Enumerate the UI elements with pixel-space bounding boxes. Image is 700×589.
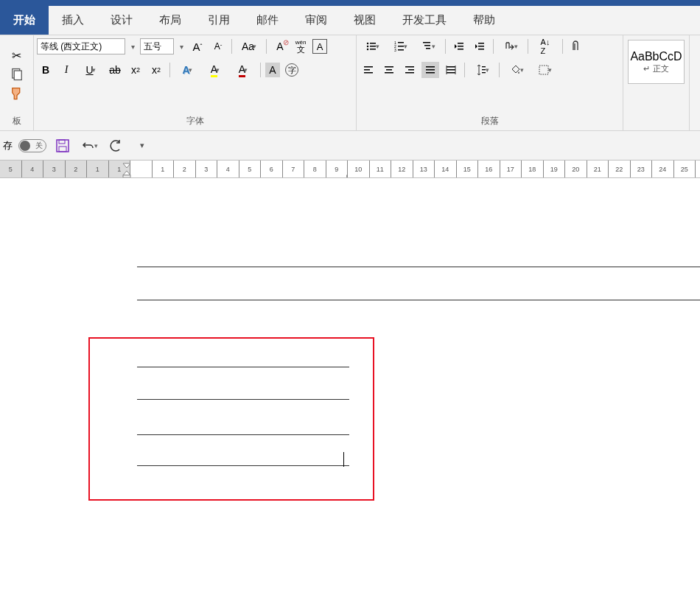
document-page[interactable] <box>0 178 700 589</box>
shrink-font-button[interactable]: Aˇ <box>209 38 227 54</box>
tab-home[interactable]: 开始 <box>0 6 49 35</box>
cut-icon[interactable]: ✂ <box>10 49 24 62</box>
numbering-button[interactable]: 123▾ <box>388 38 413 54</box>
font-name-dropdown-icon[interactable]: ▾ <box>128 43 137 51</box>
styles-group: AaBbCcD ↵ 正文 <box>623 35 690 130</box>
svg-rect-7 <box>370 49 376 50</box>
svg-rect-3 <box>370 43 376 44</box>
svg-rect-14 <box>423 42 430 43</box>
title-bar <box>0 0 700 6</box>
save-button[interactable] <box>52 135 73 156</box>
qat-customize-button[interactable]: ▾ <box>132 135 153 156</box>
doc-line <box>137 367 349 367</box>
font-size-select[interactable]: 五号 <box>140 38 174 54</box>
tab-design[interactable]: 设计 <box>97 6 146 35</box>
grow-font-button[interactable]: Aˆ <box>189 38 206 54</box>
sort-button[interactable]: A↓Z <box>533 38 558 54</box>
text-cursor <box>343 452 344 467</box>
tab-references[interactable]: 引用 <box>195 6 243 35</box>
svg-rect-25 <box>364 72 373 74</box>
svg-rect-16 <box>426 48 430 49</box>
tab-review[interactable]: 审阅 <box>292 6 340 35</box>
justify-button[interactable] <box>421 62 439 78</box>
text-direction-button[interactable]: ▾ <box>498 38 523 54</box>
style-normal[interactable]: AaBbCcD ↵ 正文 <box>628 40 685 84</box>
tab-insert[interactable]: 插入 <box>49 6 97 35</box>
svg-rect-18 <box>458 46 463 47</box>
shading-button[interactable]: ▾ <box>504 62 529 78</box>
increase-indent-button[interactable] <box>471 38 489 54</box>
svg-rect-17 <box>458 43 463 44</box>
undo-button[interactable]: ▾ <box>79 135 99 156</box>
bullets-button[interactable]: ▾ <box>360 38 385 54</box>
ribbon: ✂ 板 等线 (西文正文) ▾ 五号 ▾ Aˆ Aˇ Aa▾ A⊘ wén文 A <box>0 35 700 131</box>
svg-rect-42 <box>57 140 69 152</box>
distributed-button[interactable] <box>442 62 460 78</box>
svg-rect-15 <box>424 45 430 46</box>
autosave-toggle[interactable]: 关 <box>18 139 46 152</box>
copy-icon[interactable] <box>10 68 24 81</box>
change-case-button[interactable]: Aa▾ <box>237 38 262 54</box>
svg-rect-28 <box>385 72 393 74</box>
bold-button[interactable]: B <box>37 62 55 78</box>
paragraph-group-label: 段落 <box>357 113 623 130</box>
line-spacing-button[interactable]: ▾ <box>469 62 494 78</box>
tab-developer[interactable]: 开发工具 <box>389 6 460 35</box>
tab-view[interactable]: 视图 <box>340 6 389 35</box>
align-center-button[interactable] <box>380 62 398 78</box>
show-marks-button[interactable] <box>567 38 585 54</box>
align-right-button[interactable] <box>401 62 419 78</box>
svg-rect-1 <box>14 71 21 80</box>
clear-format-button[interactable]: A⊘ <box>271 38 289 54</box>
horizontal-ruler[interactable]: 5432111234567891011121314151617181920212… <box>0 161 700 178</box>
font-color-button[interactable]: A▾ <box>231 62 256 78</box>
svg-rect-19 <box>458 49 463 50</box>
svg-point-2 <box>366 43 368 44</box>
tab-stop-marker[interactable]: ∟ <box>345 172 353 178</box>
phonetic-guide-button[interactable]: wén文 <box>292 38 309 54</box>
doc-line <box>137 465 349 466</box>
tab-layout[interactable]: 布局 <box>146 6 195 35</box>
tab-help[interactable]: 帮助 <box>460 6 508 35</box>
character-border-button[interactable]: A <box>312 39 327 54</box>
clipboard-group-label: 板 <box>0 113 33 130</box>
tab-mailings[interactable]: 邮件 <box>243 6 292 35</box>
multilevel-list-button[interactable]: ▾ <box>416 38 441 54</box>
decrease-indent-button[interactable] <box>450 38 468 54</box>
italic-button[interactable]: I <box>57 62 75 78</box>
svg-rect-27 <box>386 69 392 71</box>
font-size-dropdown-icon[interactable]: ▾ <box>177 43 186 51</box>
quick-access-toolbar: 存 关 ▾ ▾ <box>0 131 700 161</box>
svg-rect-21 <box>478 46 484 47</box>
redo-button[interactable] <box>105 135 126 156</box>
svg-rect-30 <box>408 69 414 71</box>
character-shading-button[interactable]: A <box>265 63 280 77</box>
highlight-button[interactable]: A▾ <box>203 62 228 78</box>
selection-highlight-box <box>88 337 374 501</box>
enclose-character-button[interactable]: 字 <box>283 62 301 78</box>
svg-rect-11 <box>398 46 404 47</box>
svg-point-4 <box>366 46 368 47</box>
svg-rect-33 <box>426 69 435 71</box>
svg-rect-29 <box>405 66 414 68</box>
font-name-select[interactable]: 等线 (西文正文) <box>37 38 125 54</box>
align-left-button[interactable] <box>360 62 377 78</box>
svg-rect-13 <box>398 49 404 51</box>
format-painter-icon[interactable] <box>10 87 24 100</box>
svg-rect-23 <box>364 66 373 68</box>
superscript-button[interactable]: x2 <box>147 62 165 78</box>
svg-rect-36 <box>447 69 455 71</box>
text-effects-button[interactable]: A▾ <box>175 62 200 78</box>
svg-point-6 <box>366 49 368 50</box>
doc-line <box>137 300 700 300</box>
underline-button[interactable]: U▾ <box>78 62 103 78</box>
svg-rect-35 <box>447 66 455 68</box>
strikethrough-button[interactable]: ab <box>106 62 124 78</box>
indent-marker-icon[interactable] <box>122 161 131 178</box>
borders-button[interactable]: ▾ <box>532 62 557 78</box>
svg-text:3: 3 <box>394 48 396 52</box>
subscript-button[interactable]: x2 <box>127 62 144 78</box>
font-group-label: 字体 <box>34 113 356 130</box>
svg-rect-22 <box>478 49 484 50</box>
svg-rect-9 <box>398 42 404 43</box>
